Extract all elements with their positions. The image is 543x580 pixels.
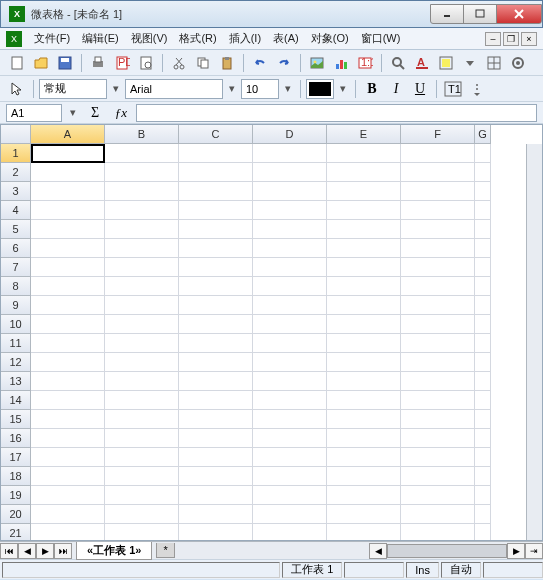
- cell-B19[interactable]: [105, 486, 179, 505]
- cell-G11[interactable]: [475, 334, 491, 353]
- cell-A2[interactable]: [31, 163, 105, 182]
- cell-E11[interactable]: [327, 334, 401, 353]
- cell-D18[interactable]: [253, 467, 327, 486]
- cell-D14[interactable]: [253, 391, 327, 410]
- cell-G1[interactable]: [475, 144, 491, 163]
- menu-edit[interactable]: 编辑(E): [76, 29, 125, 48]
- cell-E4[interactable]: [327, 201, 401, 220]
- cell-D7[interactable]: [253, 258, 327, 277]
- select-all-corner[interactable]: [1, 125, 31, 144]
- row-header-17[interactable]: 17: [1, 448, 31, 467]
- cell-G17[interactable]: [475, 448, 491, 467]
- copy-button[interactable]: [192, 52, 214, 74]
- cell-B5[interactable]: [105, 220, 179, 239]
- cell-A6[interactable]: [31, 239, 105, 258]
- name-dropdown-icon[interactable]: ▾: [66, 106, 80, 119]
- color-swatch[interactable]: [306, 79, 334, 99]
- column-header-C[interactable]: C: [179, 125, 253, 144]
- cell-E13[interactable]: [327, 372, 401, 391]
- cell-D21[interactable]: [253, 524, 327, 540]
- cell-G6[interactable]: [475, 239, 491, 258]
- cell-B20[interactable]: [105, 505, 179, 524]
- name-box[interactable]: A1: [6, 104, 62, 122]
- cell-C14[interactable]: [179, 391, 253, 410]
- row-header-1[interactable]: 1: [1, 144, 31, 163]
- cell-B21[interactable]: [105, 524, 179, 540]
- nav-next-button[interactable]: ▶: [36, 543, 54, 559]
- cell-C20[interactable]: [179, 505, 253, 524]
- cell-E1[interactable]: [327, 144, 401, 163]
- cell-G16[interactable]: [475, 429, 491, 448]
- cell-B6[interactable]: [105, 239, 179, 258]
- paste-button[interactable]: [216, 52, 238, 74]
- mdi-close-button[interactable]: ×: [521, 32, 537, 46]
- cell-E6[interactable]: [327, 239, 401, 258]
- cell-E9[interactable]: [327, 296, 401, 315]
- column-header-D[interactable]: D: [253, 125, 327, 144]
- style-dropdown-icon[interactable]: ▾: [109, 82, 123, 95]
- cell-F15[interactable]: [401, 410, 475, 429]
- cell-A16[interactable]: [31, 429, 105, 448]
- vertical-scrollbar[interactable]: [526, 144, 542, 540]
- cell-C19[interactable]: [179, 486, 253, 505]
- cell-C21[interactable]: [179, 524, 253, 540]
- cell-G9[interactable]: [475, 296, 491, 315]
- cell-G14[interactable]: [475, 391, 491, 410]
- cell-C8[interactable]: [179, 277, 253, 296]
- undo-button[interactable]: [249, 52, 271, 74]
- save-button[interactable]: [54, 52, 76, 74]
- font-select[interactable]: Arial: [125, 79, 223, 99]
- cell-F14[interactable]: [401, 391, 475, 410]
- cell-D16[interactable]: [253, 429, 327, 448]
- cell-D12[interactable]: [253, 353, 327, 372]
- cell-G21[interactable]: [475, 524, 491, 540]
- cell-C15[interactable]: [179, 410, 253, 429]
- cell-A15[interactable]: [31, 410, 105, 429]
- cell-B1[interactable]: [105, 144, 179, 163]
- menu-file[interactable]: 文件(F): [28, 29, 76, 48]
- cell-F6[interactable]: [401, 239, 475, 258]
- split-button[interactable]: ⇥: [525, 543, 543, 559]
- function-button[interactable]: ƒx: [110, 102, 132, 124]
- cell-A17[interactable]: [31, 448, 105, 467]
- cell-A10[interactable]: [31, 315, 105, 334]
- cell-B7[interactable]: [105, 258, 179, 277]
- maximize-button[interactable]: [463, 4, 497, 24]
- cell-A8[interactable]: [31, 277, 105, 296]
- pdf-button[interactable]: PDF: [111, 52, 133, 74]
- cell-D13[interactable]: [253, 372, 327, 391]
- cell-B2[interactable]: [105, 163, 179, 182]
- cell-D1[interactable]: [253, 144, 327, 163]
- cell-F13[interactable]: [401, 372, 475, 391]
- cell-B17[interactable]: [105, 448, 179, 467]
- underline-button[interactable]: U: [409, 78, 431, 100]
- cell-G19[interactable]: [475, 486, 491, 505]
- more-button[interactable]: [466, 78, 488, 100]
- cell-G12[interactable]: [475, 353, 491, 372]
- find-button[interactable]: [387, 52, 409, 74]
- row-header-2[interactable]: 2: [1, 163, 31, 182]
- cell-C13[interactable]: [179, 372, 253, 391]
- cell-F3[interactable]: [401, 182, 475, 201]
- cell-D10[interactable]: [253, 315, 327, 334]
- cell-C7[interactable]: [179, 258, 253, 277]
- cell-A13[interactable]: [31, 372, 105, 391]
- cell-A20[interactable]: [31, 505, 105, 524]
- menu-object[interactable]: 对象(O): [305, 29, 355, 48]
- print-button[interactable]: [87, 52, 109, 74]
- italic-button[interactable]: I: [385, 78, 407, 100]
- cell-B14[interactable]: [105, 391, 179, 410]
- cell-D8[interactable]: [253, 277, 327, 296]
- borders-button[interactable]: [483, 52, 505, 74]
- cell-D19[interactable]: [253, 486, 327, 505]
- row-header-20[interactable]: 20: [1, 505, 31, 524]
- cell-C4[interactable]: [179, 201, 253, 220]
- cut-button[interactable]: [168, 52, 190, 74]
- menu-format[interactable]: 格式(R): [173, 29, 222, 48]
- row-header-3[interactable]: 3: [1, 182, 31, 201]
- cell-C18[interactable]: [179, 467, 253, 486]
- cell-D2[interactable]: [253, 163, 327, 182]
- cell-C17[interactable]: [179, 448, 253, 467]
- cell-E5[interactable]: [327, 220, 401, 239]
- cell-A3[interactable]: [31, 182, 105, 201]
